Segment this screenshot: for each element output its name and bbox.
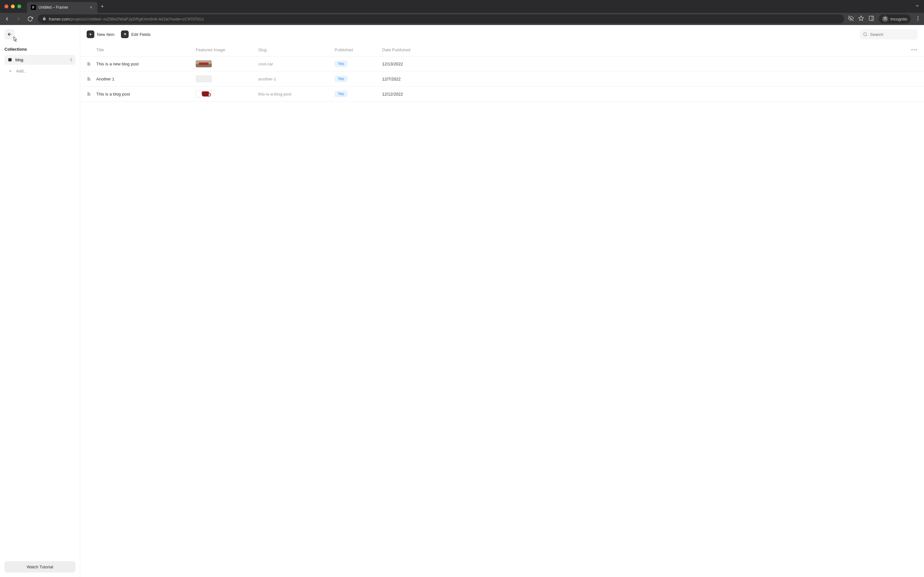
row-published: Yes	[334, 76, 382, 82]
svg-point-6	[918, 19, 919, 21]
app-root: Collections blog 3 Add... Watch Tutorial	[0, 25, 924, 577]
row-thumbnail	[196, 75, 258, 82]
svg-marker-1	[859, 16, 864, 21]
browser-forward-button[interactable]	[15, 15, 23, 23]
document-icon	[87, 92, 96, 96]
sidebar: Collections blog 3 Add... Watch Tutorial	[0, 25, 80, 577]
maximize-window-button[interactable]	[17, 5, 21, 8]
row-date: 12/13/2022	[382, 61, 918, 66]
sidebar-section-title: Collections	[5, 47, 75, 52]
bookmark-star-icon[interactable]	[858, 15, 864, 23]
browser-tab[interactable]: Untitled – Framer ×	[27, 2, 97, 13]
edit-fields-button[interactable]: Edit Fields	[121, 31, 151, 38]
row-slug: this-is-a-blog-post	[258, 92, 334, 97]
row-date: 12/7/2022	[382, 77, 918, 81]
tabs-dropdown-button[interactable]	[915, 3, 919, 9]
row-published: Yes	[334, 91, 382, 97]
new-item-button[interactable]: New Item	[87, 31, 115, 38]
toolbar: New Item Edit Fields	[80, 25, 924, 44]
row-thumbnail	[196, 60, 258, 67]
incognito-icon	[882, 16, 888, 22]
search-icon	[863, 32, 867, 37]
new-item-label: New Item	[97, 32, 115, 37]
database-icon	[8, 58, 12, 62]
row-title: Another 1	[96, 77, 196, 81]
tab-favicon	[31, 5, 36, 10]
incognito-label: Incognito	[890, 17, 907, 21]
search-box[interactable]	[860, 29, 918, 39]
svg-rect-2	[869, 16, 874, 21]
header-featured-image[interactable]: Featured Image	[196, 47, 258, 52]
tab-title: Untitled – Framer	[39, 5, 86, 10]
svg-point-5	[918, 18, 919, 19]
row-slug: cool-car	[258, 61, 334, 66]
browser-reload-button[interactable]	[26, 15, 34, 23]
svg-line-14	[866, 35, 867, 36]
main-panel: New Item Edit Fields Title Featured Imag…	[80, 25, 924, 577]
minimize-window-button[interactable]	[11, 5, 15, 8]
eye-off-icon[interactable]	[848, 15, 854, 23]
plus-icon	[87, 31, 94, 38]
lock-icon	[42, 16, 46, 22]
svg-point-13	[864, 33, 867, 35]
address-bar[interactable]: framer.com/projects/Untitled--mZ98oDWaPJ…	[38, 15, 844, 23]
close-window-button[interactable]	[5, 5, 8, 8]
window-controls	[5, 5, 21, 8]
table-header: Title Featured Image Slug Published Date…	[80, 44, 924, 56]
incognito-badge[interactable]: Incognito	[879, 15, 911, 23]
table-row[interactable]: This is a blog post this-is-a-blog-post …	[80, 87, 924, 102]
table-row[interactable]: This is a new blog post cool-car Yes 12/…	[80, 56, 924, 71]
header-date-published[interactable]: Date Published	[382, 47, 918, 52]
panel-icon[interactable]	[869, 15, 874, 23]
url-text: framer.com/projects/Untitled--mZ98oDWaPJ…	[49, 17, 204, 21]
document-icon	[87, 77, 96, 81]
header-slug[interactable]: Slug	[258, 47, 334, 52]
add-label: Add...	[16, 69, 27, 73]
new-tab-button[interactable]: +	[101, 3, 103, 9]
header-published[interactable]: Published	[334, 47, 382, 52]
header-title[interactable]: Title	[96, 47, 196, 52]
tab-close-button[interactable]: ×	[89, 5, 94, 10]
app-back-button[interactable]	[5, 29, 15, 39]
browser-back-button[interactable]	[3, 15, 11, 23]
row-slug: another-1	[258, 77, 334, 81]
add-collection-button[interactable]: Add...	[5, 66, 75, 76]
edit-icon	[121, 31, 129, 38]
row-thumbnail	[196, 90, 258, 97]
document-icon	[87, 61, 96, 66]
browser-tab-strip: Untitled – Framer × +	[0, 0, 924, 13]
row-published: Yes	[334, 61, 382, 67]
search-input[interactable]	[870, 32, 924, 37]
table-more-button[interactable]: •••	[911, 47, 918, 52]
edit-fields-label: Edit Fields	[131, 32, 151, 37]
watch-tutorial-button[interactable]: Watch Tutorial	[5, 561, 75, 572]
collection-label: blog	[15, 57, 23, 62]
table-row[interactable]: Another 1 another-1 Yes 12/7/2022	[80, 71, 924, 87]
row-title: This is a blog post	[96, 92, 196, 97]
row-date: 12/12/2022	[382, 92, 918, 97]
collection-count: 3	[70, 58, 72, 62]
browser-toolbar: framer.com/projects/Untitled--mZ98oDWaPJ…	[0, 13, 924, 25]
row-title: This is a new blog post	[96, 61, 196, 66]
browser-menu-button[interactable]	[915, 15, 921, 23]
plus-icon	[8, 69, 13, 73]
svg-point-4	[918, 16, 919, 17]
sidebar-item-blog[interactable]: blog 3	[5, 55, 75, 65]
